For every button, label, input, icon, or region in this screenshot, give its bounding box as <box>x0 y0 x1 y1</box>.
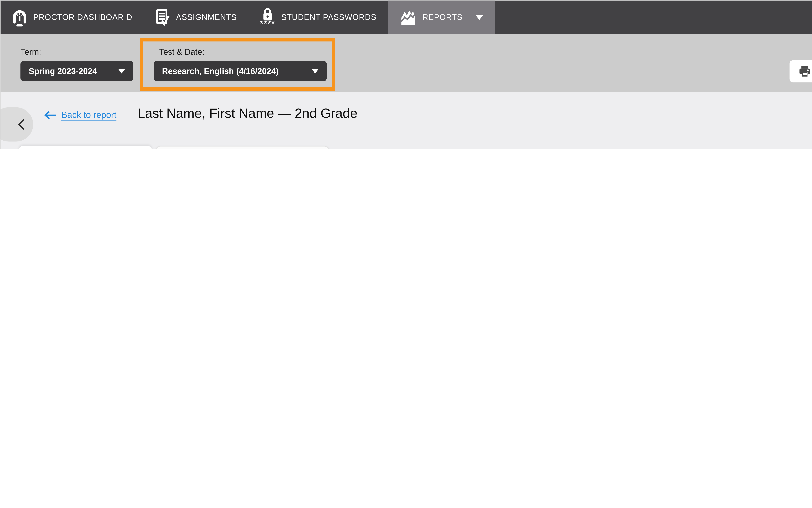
nav-item-proctor-dashboard[interactable]: PROCTOR DASHBOAR D <box>0 0 144 34</box>
area-chart-icon <box>400 9 416 25</box>
term-label: Term: <box>20 47 133 56</box>
report-content: Back to report Last Name, First Name — 2… <box>0 92 812 149</box>
previous-student-button[interactable] <box>0 107 33 141</box>
tabs-row: Benchmark Progress Monitoring <box>0 143 812 149</box>
nav-item-reports[interactable]: REPORTS <box>388 0 495 34</box>
nav-item-assignments[interactable]: ASSIGNMENTS <box>144 0 248 34</box>
back-link-label: Back to report <box>61 110 117 120</box>
arrow-left-icon <box>44 110 56 120</box>
print-button[interactable]: Print <box>789 60 812 82</box>
nav-label: REPORTS <box>422 13 463 22</box>
chevron-left-icon <box>18 118 25 131</box>
report-header-row: Back to report Last Name, First Name — 2… <box>0 92 812 143</box>
assignments-icon <box>156 9 170 26</box>
chevron-down-icon <box>475 15 483 19</box>
top-navbar: PROCTOR DASHBOAR D ASSIGNMENTS <box>0 0 812 34</box>
term-value: Spring 2023-2024 <box>29 67 97 76</box>
student-report-title: Last Name, First Name — 2nd Grade <box>138 105 357 121</box>
test-date-value: Research, English (4/16/2024) <box>162 67 279 76</box>
page: PROCTOR DASHBOAR D ASSIGNMENTS <box>0 0 812 149</box>
lock-icon: **** <box>260 8 275 27</box>
nav-item-student-passwords[interactable]: **** STUDENT PASSWORDS <box>249 0 388 34</box>
gauge-icon <box>12 8 27 26</box>
test-date-label: Test & Date: <box>159 47 332 56</box>
test-date-highlight-box: Test & Date: Research, English (4/16/202… <box>140 38 335 91</box>
chevron-down-icon <box>118 69 125 73</box>
tab-benchmark[interactable]: Benchmark <box>19 146 152 149</box>
password-stars: **** <box>260 22 275 27</box>
term-filter-group: Term: Spring 2023-2024 <box>20 47 133 81</box>
term-dropdown[interactable]: Spring 2023-2024 <box>20 61 133 81</box>
print-icon <box>799 66 811 77</box>
tab-progress-monitoring[interactable]: Progress Monitoring <box>156 146 329 149</box>
filter-bar: Term: Spring 2023-2024 Test & Date: Rese… <box>0 34 812 92</box>
test-date-dropdown[interactable]: Research, English (4/16/2024) <box>154 61 327 81</box>
chevron-down-icon <box>312 69 318 73</box>
back-to-report-link[interactable]: Back to report <box>44 110 117 120</box>
nav-label: PROCTOR DASHBOAR D <box>33 13 132 22</box>
nav-label: STUDENT PASSWORDS <box>281 13 377 22</box>
nav-label: ASSIGNMENTS <box>176 13 237 22</box>
